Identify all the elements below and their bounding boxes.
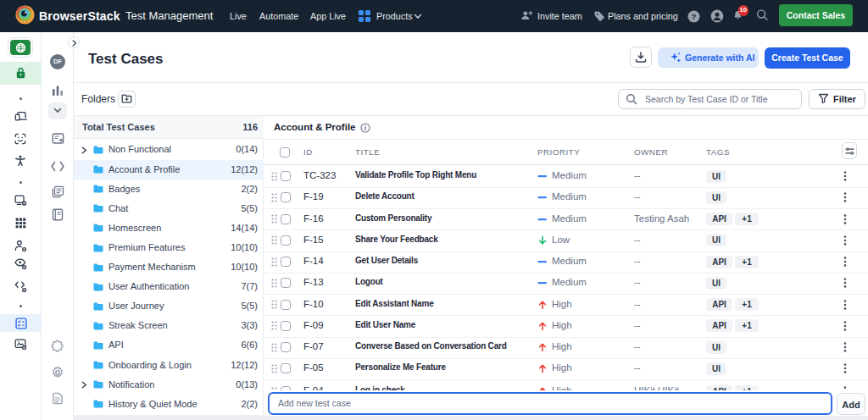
svg-text:?: ? <box>692 12 697 21</box>
